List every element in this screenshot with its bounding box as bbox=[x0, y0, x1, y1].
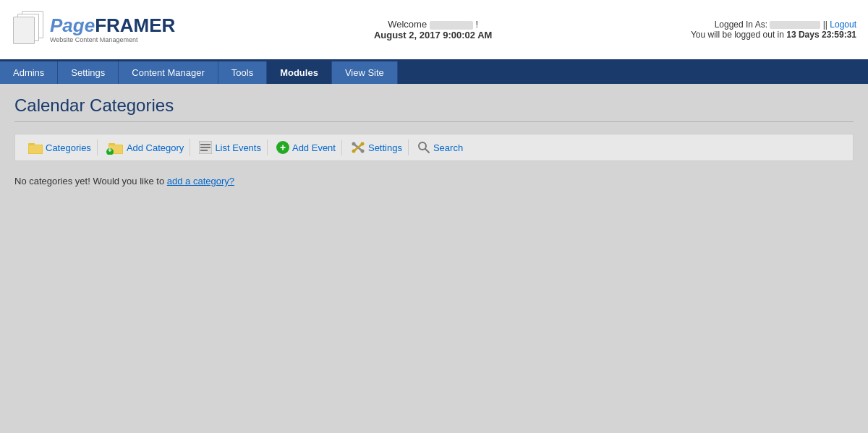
session-time: 13 Days 23:59:31 bbox=[786, 30, 856, 40]
nav-tools[interactable]: Tools bbox=[218, 61, 267, 84]
datetime: August 2, 2017 9:00:02 AM bbox=[175, 30, 691, 40]
nav-modules[interactable]: Modules bbox=[267, 61, 332, 84]
svg-rect-3 bbox=[29, 145, 42, 153]
session-line: You will be logged out in 13 Days 23:59:… bbox=[691, 30, 856, 40]
page-title: Calendar Categories bbox=[14, 95, 854, 122]
logo: PageFRAMER Website Content Management bbox=[12, 11, 175, 48]
add-folder-icon: + bbox=[106, 140, 124, 155]
toolbar: Categories + Add Category bbox=[14, 134, 854, 161]
nav-settings[interactable]: Settings bbox=[58, 61, 119, 84]
logo-page-text: Page bbox=[50, 14, 95, 36]
svg-line-22 bbox=[425, 149, 429, 153]
user-name-blur bbox=[770, 21, 820, 29]
svg-text:+: + bbox=[280, 142, 286, 153]
categories-label: Categories bbox=[46, 142, 91, 153]
main-nav: Admins Settings Content Manager Tools Mo… bbox=[0, 61, 868, 84]
nav-admins[interactable]: Admins bbox=[0, 61, 58, 84]
add-category-label: Add Category bbox=[127, 142, 184, 153]
main-content: Calendar Categories Categories bbox=[0, 84, 868, 416]
add-category-button[interactable]: + Add Category bbox=[101, 139, 191, 156]
welcome-area: Welcome ! August 2, 2017 9:00:02 AM bbox=[175, 19, 691, 40]
logo-tagline: Website Content Management bbox=[50, 36, 175, 43]
separator: || bbox=[823, 20, 830, 30]
logged-in-label: Logged In As: bbox=[715, 20, 767, 30]
nav-view-site[interactable]: View Site bbox=[332, 61, 398, 84]
svg-point-17 bbox=[352, 142, 355, 146]
add-event-label: Add Event bbox=[292, 142, 336, 153]
logo-area: PageFRAMER Website Content Management bbox=[12, 11, 175, 48]
header: PageFRAMER Website Content Management We… bbox=[0, 0, 868, 61]
svg-rect-11 bbox=[200, 147, 210, 148]
welcome-name-blur bbox=[430, 21, 473, 30]
welcome-text: Welcome ! bbox=[175, 19, 691, 30]
logout-link[interactable]: Logout bbox=[830, 20, 856, 30]
folder-icon bbox=[28, 141, 43, 154]
svg-point-20 bbox=[352, 150, 355, 153]
search-button[interactable]: Search bbox=[412, 140, 469, 155]
list-events-button[interactable]: List Events bbox=[193, 140, 268, 155]
add-event-icon: + bbox=[276, 141, 289, 154]
settings-label: Settings bbox=[368, 142, 402, 153]
svg-text:+: + bbox=[108, 146, 112, 154]
search-label: Search bbox=[433, 142, 463, 153]
list-icon bbox=[199, 141, 212, 154]
search-icon bbox=[417, 141, 430, 154]
settings-icon bbox=[351, 141, 365, 154]
svg-point-19 bbox=[360, 142, 364, 146]
user-area: Logged In As: || Logout You will be logg… bbox=[691, 20, 856, 40]
logo-framer-text: FRAMER bbox=[95, 14, 175, 36]
add-category-link[interactable]: add a category? bbox=[167, 176, 234, 187]
no-categories-text: No categories yet! Would you like to bbox=[14, 176, 164, 187]
svg-point-18 bbox=[360, 150, 364, 153]
settings-button[interactable]: Settings bbox=[345, 140, 409, 155]
svg-rect-12 bbox=[200, 150, 208, 151]
categories-button[interactable]: Categories bbox=[22, 140, 98, 155]
list-events-label: List Events bbox=[215, 142, 261, 153]
add-event-button[interactable]: + Add Event bbox=[271, 140, 342, 155]
svg-rect-10 bbox=[200, 144, 210, 145]
no-categories-message: No categories yet! Would you like to add… bbox=[14, 176, 854, 187]
welcome-exclamation: ! bbox=[475, 19, 478, 30]
logged-in-line: Logged In As: || Logout bbox=[691, 20, 856, 30]
logo-icon bbox=[12, 11, 44, 48]
nav-content-manager[interactable]: Content Manager bbox=[119, 61, 218, 84]
logo-text: PageFRAMER Website Content Management bbox=[50, 16, 175, 43]
welcome-prefix: Welcome bbox=[388, 19, 427, 30]
session-prefix: You will be logged out in bbox=[691, 30, 784, 40]
